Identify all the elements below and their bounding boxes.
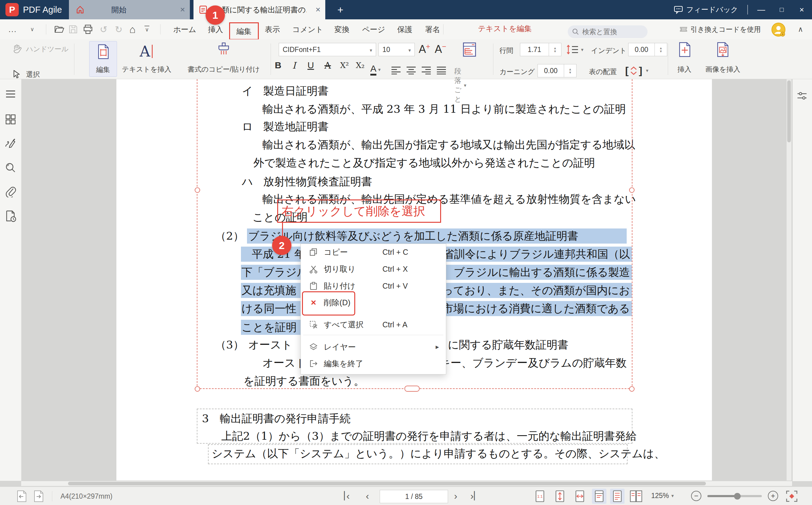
select-tool[interactable]: 選択: [12, 69, 40, 79]
save-icon[interactable]: [68, 19, 78, 39]
redeem-code-button[interactable]: 引き換えコードを使用: [679, 19, 761, 39]
doc-line[interactable]: システム（以下「システム」という。）により申請するものとする。その際、システムは…: [212, 446, 665, 461]
last-page-button[interactable]: ›▏: [470, 491, 474, 502]
context-menu-item-copy[interactable]: コピー Ctrl + C: [301, 244, 446, 260]
collapse-ribbon-icon[interactable]: [794, 19, 807, 39]
insert-text-tool[interactable]: A テキストを挿入: [121, 41, 172, 76]
horizontal-scrollbar-thumb[interactable]: [68, 482, 706, 485]
menu-page[interactable]: ページ: [362, 19, 385, 39]
page-properties-icon[interactable]: [796, 91, 808, 101]
grow-font-button[interactable]: A+: [419, 43, 430, 55]
bold-button[interactable]: B: [275, 60, 282, 70]
zoom-slider-thumb[interactable]: [734, 493, 741, 500]
hand-tool[interactable]: ハンドツール: [11, 43, 68, 54]
kerning-stepper[interactable]: [564, 64, 577, 77]
continuous-scroll-icon[interactable]: [610, 489, 625, 504]
edit-tool[interactable]: 編集: [89, 41, 117, 77]
maximize-button[interactable]: [774, 0, 790, 19]
menu-comment[interactable]: コメント: [292, 19, 323, 39]
edit-text-mode-label[interactable]: テキストを編集: [478, 19, 532, 37]
menu-edit[interactable]: 編集: [229, 22, 259, 40]
strikethrough-button[interactable]: A: [324, 60, 331, 71]
fullscreen-icon[interactable]: [785, 490, 798, 503]
minimize-button[interactable]: [753, 0, 769, 19]
frame-handle-bottom-center[interactable]: [404, 386, 420, 392]
new-tab-button[interactable]: [331, 0, 349, 19]
insert-image-tool[interactable]: 画像を挿入: [700, 41, 746, 76]
single-page-scroll-icon[interactable]: [592, 489, 607, 504]
home-nav-icon[interactable]: [129, 19, 136, 39]
subscript-button[interactable]: X₂: [356, 61, 365, 70]
thumbnails-icon[interactable]: [5, 114, 16, 125]
insert-page-tool[interactable]: 挿入: [672, 41, 696, 76]
align-left-icon[interactable]: [391, 66, 401, 74]
fit-width-icon[interactable]: [575, 490, 585, 503]
context-menu-item-cut[interactable]: 切り取り Ctrl + X: [301, 261, 446, 277]
tab-document-close-icon[interactable]: [316, 5, 320, 14]
superscript-button[interactable]: X²: [340, 61, 349, 70]
next-page-file-icon[interactable]: [33, 490, 45, 503]
shrink-font-button[interactable]: A−: [435, 43, 446, 55]
align-center-icon[interactable]: [406, 66, 416, 74]
paragraph-settings-icon[interactable]: [462, 42, 477, 57]
doc-line[interactable]: 3 輸出証明書の発行申請手続: [202, 411, 351, 426]
page-indicator-input[interactable]: [380, 490, 448, 503]
more-button[interactable]: [8, 19, 17, 39]
actual-size-icon[interactable]: 1:1: [534, 490, 545, 503]
frame-handle-bottom-right[interactable]: [629, 386, 635, 392]
outline-menu-icon[interactable]: [5, 90, 16, 99]
frame-handle-bottom-left[interactable]: [195, 386, 200, 392]
menu-protect[interactable]: 保護: [397, 19, 413, 39]
search-input[interactable]: [582, 27, 640, 36]
context-menu-item-exit-edit[interactable]: 編集を終了: [301, 356, 446, 371]
prev-page-button[interactable]: ‹: [366, 491, 369, 502]
tab-start[interactable]: 開始: [69, 0, 190, 19]
italic-button[interactable]: I: [292, 60, 296, 71]
undo-icon[interactable]: [100, 19, 107, 39]
quick-access-chevron-icon[interactable]: [30, 19, 34, 39]
align-justify-icon[interactable]: [436, 66, 447, 74]
context-menu-item-select-all[interactable]: すべて選択 Ctrl + A: [301, 317, 446, 332]
tab-start-close-icon[interactable]: [180, 5, 185, 14]
table-align-button[interactable]: [ ]: [625, 65, 648, 76]
menu-home[interactable]: ホーム: [173, 19, 196, 39]
open-file-icon[interactable]: [54, 19, 65, 39]
indent-input[interactable]: 0.00: [628, 43, 655, 56]
doc-line[interactable]: 上記2（1）から（3）までの証明書の発行を申請する者は、一元的な輸出証明書発給: [221, 429, 637, 444]
redo-icon[interactable]: [115, 19, 123, 39]
kerning-input[interactable]: 0.00: [537, 64, 564, 77]
menu-sign[interactable]: 署名: [425, 19, 440, 39]
indent-stepper[interactable]: [654, 43, 667, 56]
font-size-select[interactable]: 10: [378, 43, 415, 56]
zoom-in-button[interactable]: [768, 491, 778, 501]
feedback-button[interactable]: フィードバック: [673, 0, 738, 19]
paragraph-mode-select[interactable]: 段落ごと: [454, 66, 467, 104]
file-history-icon[interactable]: [5, 210, 16, 222]
prev-page-file-icon[interactable]: [16, 490, 28, 503]
zoom-level-select[interactable]: 125%: [651, 492, 674, 500]
attachments-icon[interactable]: [5, 186, 16, 197]
fit-page-icon[interactable]: [554, 490, 565, 503]
frame-handle-right[interactable]: [629, 187, 635, 193]
vertical-scrollbar-thumb[interactable]: [787, 80, 791, 142]
align-right-icon[interactable]: [421, 66, 432, 74]
two-page-view-icon[interactable]: [629, 490, 643, 503]
menu-view[interactable]: 表示: [265, 19, 280, 39]
font-family-select[interactable]: CIDFont+F1: [279, 43, 376, 56]
context-menu-item-layers[interactable]: レイヤー: [301, 339, 446, 355]
close-button[interactable]: [794, 0, 810, 19]
line-spacing-stepper[interactable]: [549, 43, 561, 56]
search-box[interactable]: [568, 25, 648, 38]
frame-handle-left[interactable]: [195, 187, 200, 193]
line-spacing-input[interactable]: 1.71: [520, 43, 549, 56]
search-panel-icon[interactable]: [5, 162, 16, 173]
menu-convert[interactable]: 変換: [334, 19, 349, 39]
print-icon[interactable]: [83, 19, 93, 39]
first-page-button[interactable]: ‹▏: [346, 491, 350, 502]
format-painter-tool[interactable]: 書式のコピー/貼り付け: [181, 41, 266, 76]
underline-button[interactable]: U: [307, 60, 314, 70]
zoom-out-button[interactable]: [691, 491, 701, 501]
collapse-toolbar-chevron-icon[interactable]: [145, 19, 149, 39]
avatar[interactable]: [771, 22, 786, 37]
line-spacing-preset-icon[interactable]: [566, 44, 584, 55]
